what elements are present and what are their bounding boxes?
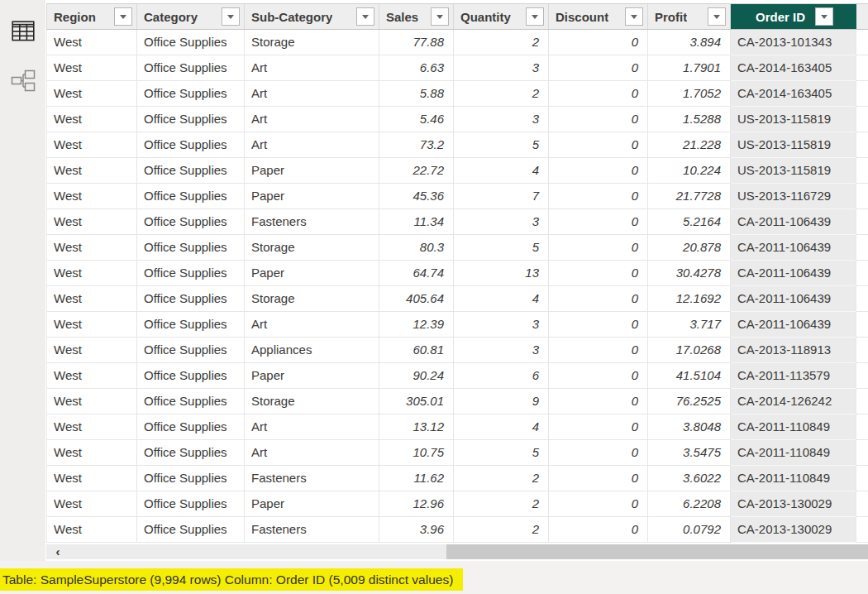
column-header-order-id[interactable]: Order ID xyxy=(731,4,856,29)
cell-order-id[interactable]: CA-2013-130029 xyxy=(731,517,856,543)
cell-quantity[interactable]: 5 xyxy=(454,235,549,261)
cell-sales[interactable]: 12.39 xyxy=(379,312,454,338)
cell-sub-category[interactable]: Art xyxy=(245,55,379,81)
cell-profit[interactable]: 1.7052 xyxy=(648,81,731,107)
cell-discount[interactable]: 0 xyxy=(549,235,648,261)
cell-order-id[interactable]: CA-2014-163405 xyxy=(731,55,856,81)
cell-region[interactable]: West xyxy=(47,55,137,81)
cell-quantity[interactable]: 2 xyxy=(454,466,549,491)
cell-discount[interactable]: 0 xyxy=(549,414,648,440)
cell-sub-category[interactable]: Art xyxy=(245,107,379,132)
cell-sales[interactable]: 13.12 xyxy=(379,414,454,440)
cell-region[interactable]: West xyxy=(47,184,137,209)
cell-discount[interactable]: 0 xyxy=(549,466,648,491)
horizontal-scrollbar[interactable]: ‹ xyxy=(46,544,868,559)
cell-sub-category[interactable]: Paper xyxy=(245,363,379,389)
cell-sales[interactable]: 305.01 xyxy=(379,389,454,414)
cell-quantity[interactable]: 2 xyxy=(454,491,549,517)
cell-quantity[interactable]: 4 xyxy=(454,158,549,184)
cell-profit[interactable]: 5.2164 xyxy=(648,209,731,235)
cell-sales[interactable]: 12.96 xyxy=(379,491,454,517)
filter-dropdown-button[interactable] xyxy=(431,7,449,26)
cell-order-id[interactable]: CA-2011-113579 xyxy=(731,363,856,389)
cell-profit[interactable]: 3.8048 xyxy=(648,414,731,440)
cell-sales[interactable]: 77.88 xyxy=(379,30,454,55)
filter-dropdown-button[interactable] xyxy=(114,7,132,26)
filter-dropdown-button[interactable] xyxy=(356,7,374,26)
cell-category[interactable]: Office Supplies xyxy=(137,209,245,235)
cell-sales[interactable]: 5.46 xyxy=(379,107,454,132)
cell-order-id[interactable]: CA-2011-106439 xyxy=(731,286,856,312)
cell-sales[interactable]: 405.64 xyxy=(379,286,454,312)
cell-quantity[interactable]: 3 xyxy=(454,312,549,338)
cell-sales[interactable]: 64.74 xyxy=(379,261,454,286)
column-header-discount[interactable]: Discount xyxy=(549,4,648,29)
filter-dropdown-button[interactable] xyxy=(526,7,544,26)
cell-quantity[interactable]: 13 xyxy=(454,261,549,286)
cell-region[interactable]: West xyxy=(47,261,137,286)
cell-sub-category[interactable]: Art xyxy=(245,81,379,107)
sidebar-item-data-view[interactable] xyxy=(0,12,45,50)
cell-profit[interactable]: 3.894 xyxy=(648,30,731,55)
cell-region[interactable]: West xyxy=(47,491,137,517)
cell-sales[interactable]: 45.36 xyxy=(379,184,454,209)
cell-sub-category[interactable]: Paper xyxy=(245,184,379,209)
cell-category[interactable]: Office Supplies xyxy=(137,107,245,132)
column-header-sub-category[interactable]: Sub-Category xyxy=(245,4,379,29)
cell-sub-category[interactable]: Storage xyxy=(245,30,379,55)
cell-quantity[interactable]: 3 xyxy=(454,55,549,81)
column-header-profit[interactable]: Profit xyxy=(648,4,731,29)
cell-discount[interactable]: 0 xyxy=(549,30,648,55)
cell-sales[interactable]: 90.24 xyxy=(379,363,454,389)
cell-profit[interactable]: 1.5288 xyxy=(648,107,731,132)
cell-discount[interactable]: 0 xyxy=(549,158,648,184)
cell-region[interactable]: West xyxy=(47,466,137,491)
cell-sub-category[interactable]: Storage xyxy=(245,389,379,414)
cell-order-id[interactable]: CA-2011-106439 xyxy=(731,235,856,261)
cell-category[interactable]: Office Supplies xyxy=(137,389,245,414)
cell-region[interactable]: West xyxy=(47,209,137,235)
cell-order-id[interactable]: CA-2013-101343 xyxy=(731,30,856,55)
cell-category[interactable]: Office Supplies xyxy=(137,55,245,81)
cell-order-id[interactable]: US-2013-116729 xyxy=(731,184,856,209)
cell-quantity[interactable]: 3 xyxy=(454,209,549,235)
cell-profit[interactable]: 3.6022 xyxy=(648,466,731,491)
cell-discount[interactable]: 0 xyxy=(549,184,648,209)
cell-order-id[interactable]: US-2013-115819 xyxy=(731,132,856,158)
cell-sales[interactable]: 3.96 xyxy=(379,517,454,543)
cell-discount[interactable]: 0 xyxy=(549,209,648,235)
cell-sales[interactable]: 22.72 xyxy=(379,158,454,184)
cell-profit[interactable]: 6.2208 xyxy=(648,491,731,517)
cell-quantity[interactable]: 7 xyxy=(454,184,549,209)
scrollbar-thumb[interactable] xyxy=(446,544,868,559)
cell-quantity[interactable]: 3 xyxy=(454,338,549,363)
cell-sales[interactable]: 11.34 xyxy=(379,209,454,235)
cell-sub-category[interactable]: Storage xyxy=(245,235,379,261)
cell-quantity[interactable]: 2 xyxy=(454,517,549,543)
cell-discount[interactable]: 0 xyxy=(549,338,648,363)
cell-profit[interactable]: 20.878 xyxy=(648,235,731,261)
cell-region[interactable]: West xyxy=(47,414,137,440)
cell-discount[interactable]: 0 xyxy=(549,491,648,517)
cell-sub-category[interactable]: Fasteners xyxy=(245,517,379,543)
filter-dropdown-button[interactable] xyxy=(708,7,726,26)
cell-sub-category[interactable]: Art xyxy=(245,440,379,466)
cell-profit[interactable]: 3.717 xyxy=(648,312,731,338)
cell-region[interactable]: West xyxy=(47,132,137,158)
cell-discount[interactable]: 0 xyxy=(549,261,648,286)
cell-sub-category[interactable]: Fasteners xyxy=(245,209,379,235)
cell-sales[interactable]: 73.2 xyxy=(379,132,454,158)
cell-profit[interactable]: 17.0268 xyxy=(648,338,731,363)
filter-dropdown-button[interactable] xyxy=(815,7,833,26)
cell-discount[interactable]: 0 xyxy=(549,363,648,389)
cell-region[interactable]: West xyxy=(47,440,137,466)
cell-quantity[interactable]: 5 xyxy=(454,132,549,158)
cell-category[interactable]: Office Supplies xyxy=(137,184,245,209)
cell-region[interactable]: West xyxy=(47,81,137,107)
cell-sub-category[interactable]: Fasteners xyxy=(245,466,379,491)
cell-sales[interactable]: 11.62 xyxy=(379,466,454,491)
cell-category[interactable]: Office Supplies xyxy=(137,363,245,389)
cell-order-id[interactable]: US-2013-115819 xyxy=(731,107,856,132)
cell-discount[interactable]: 0 xyxy=(549,286,648,312)
cell-discount[interactable]: 0 xyxy=(549,81,648,107)
